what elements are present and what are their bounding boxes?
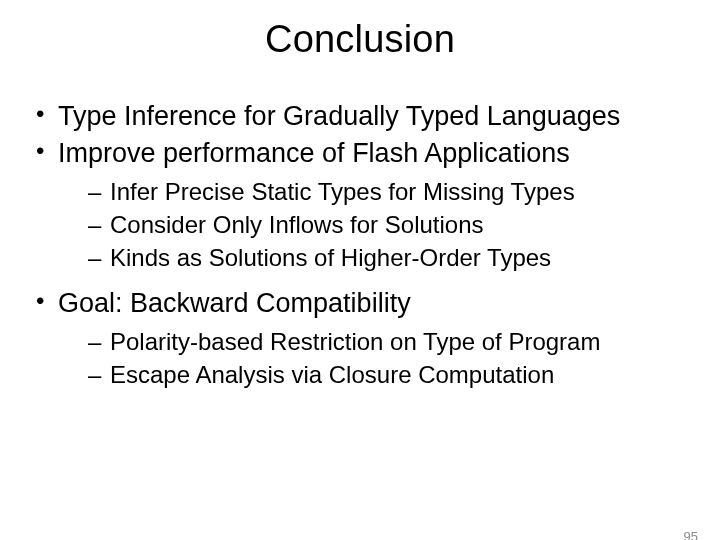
sub-bullet-list: Infer Precise Static Types for Missing T… xyxy=(58,176,692,274)
slide: Conclusion Type Inference for Gradually … xyxy=(0,18,720,540)
slide-content: Type Inference for Gradually Typed Langu… xyxy=(0,99,720,391)
sub-bullet-item: Polarity-based Restriction on Type of Pr… xyxy=(88,326,692,357)
bullet-text: Goal: Backward Compatibility xyxy=(58,288,411,318)
bullet-text: Type Inference for Gradually Typed Langu… xyxy=(58,101,620,131)
sub-bullet-text: Infer Precise Static Types for Missing T… xyxy=(110,178,575,205)
sub-bullet-text: Consider Only Inflows for Solutions xyxy=(110,211,484,238)
bullet-text: Improve performance of Flash Application… xyxy=(58,138,570,168)
sub-bullet-item: Escape Analysis via Closure Computation xyxy=(88,359,692,390)
page-number: 95 xyxy=(684,529,698,540)
bullet-item: Improve performance of Flash Application… xyxy=(32,136,692,274)
sub-bullet-text: Polarity-based Restriction on Type of Pr… xyxy=(110,328,600,355)
sub-bullet-item: Infer Precise Static Types for Missing T… xyxy=(88,176,692,207)
sub-bullet-item: Consider Only Inflows for Solutions xyxy=(88,209,692,240)
slide-title: Conclusion xyxy=(0,18,720,61)
bullet-list: Type Inference for Gradually Typed Langu… xyxy=(32,99,692,391)
sub-bullet-text: Escape Analysis via Closure Computation xyxy=(110,361,554,388)
bullet-item: Type Inference for Gradually Typed Langu… xyxy=(32,99,692,134)
bullet-item: Goal: Backward Compatibility Polarity-ba… xyxy=(32,286,692,391)
sub-bullet-list: Polarity-based Restriction on Type of Pr… xyxy=(58,326,692,390)
sub-bullet-text: Kinds as Solutions of Higher-Order Types xyxy=(110,244,551,271)
sub-bullet-item: Kinds as Solutions of Higher-Order Types xyxy=(88,242,692,273)
